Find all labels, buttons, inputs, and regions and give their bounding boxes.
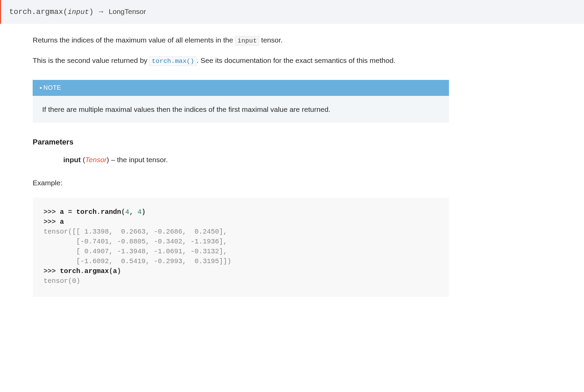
code-dot: .: [80, 267, 84, 275]
link-tensor-type[interactable]: Tensor: [85, 156, 106, 164]
code-module: torch: [76, 208, 97, 216]
code-var: a: [60, 218, 64, 226]
description-paragraph-1: Returns the indices of the maximum value…: [33, 35, 449, 46]
code-fn: randn: [101, 208, 121, 216]
parameter-item: input (Tensor) – the input tensor.: [33, 154, 449, 165]
code-op: =: [64, 208, 76, 216]
parameter-name: input: [63, 156, 81, 164]
prompt: >>>: [44, 208, 60, 216]
text: . See its documentation for the exact se…: [197, 56, 396, 64]
note-admonition: NOTE If there are multiple maximal value…: [33, 80, 449, 123]
code-paren: ): [141, 208, 146, 216]
code-fn: argmax: [84, 267, 109, 275]
qualified-name: torch.argmax: [9, 8, 63, 16]
parameters-section: Parameters input (Tensor) – the input te…: [33, 136, 449, 165]
link-torch-max[interactable]: torch.max(): [149, 56, 197, 66]
code-paren: ): [117, 267, 121, 275]
code-paren: (: [109, 267, 113, 275]
documentation-body: Returns the indices of the maximum value…: [0, 35, 449, 297]
parameter-description: the input tensor.: [117, 156, 168, 164]
inline-code-input: input: [235, 36, 259, 46]
parameters-heading: Parameters: [33, 136, 449, 148]
code-output: tensor(0): [44, 277, 80, 285]
code-var: a: [113, 267, 117, 275]
code-comma: ,: [129, 208, 137, 216]
description-paragraph-2: This is the second value returned by tor…: [33, 55, 449, 66]
function-signature: torch.argmax(input) → LongTensor: [0, 0, 584, 24]
code-paren: (: [121, 208, 125, 216]
prompt: >>>: [44, 218, 60, 226]
note-body: If there are multiple maximal values the…: [33, 96, 449, 123]
code-module: torch: [60, 267, 80, 275]
signature-param: input: [68, 8, 89, 16]
return-arrow-icon: →: [98, 7, 105, 15]
code-number: 4: [137, 208, 141, 216]
code-number: 4: [125, 208, 129, 216]
text: ) –: [107, 156, 117, 164]
text: This is the second value returned by: [33, 56, 149, 64]
text: (: [81, 156, 85, 164]
return-type: LongTensor: [109, 7, 146, 15]
prompt: >>>: [44, 267, 60, 275]
paren-close: ): [89, 8, 94, 16]
note-title: NOTE: [33, 80, 449, 96]
text: tensor.: [259, 36, 283, 44]
text: Returns the indices of the maximum value…: [33, 36, 235, 44]
code-var: a: [60, 208, 64, 216]
example-label: Example:: [33, 177, 449, 188]
paren-open: (: [63, 8, 67, 16]
code-dot: .: [97, 208, 101, 216]
example-code-block: >>> a = torch.randn(4, 4) >>> a tensor([…: [33, 198, 449, 297]
code-output: tensor([[ 1.3398, 0.2663, -0.2686, 0.245…: [44, 228, 231, 265]
